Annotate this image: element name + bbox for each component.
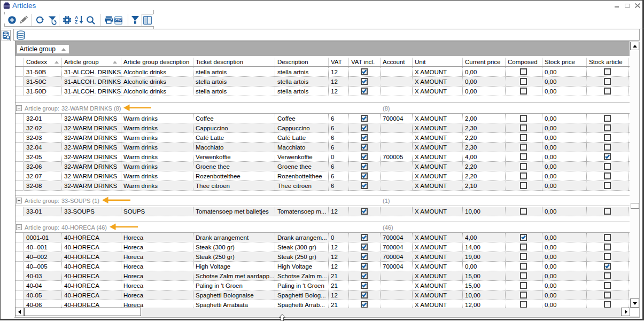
- svg-text:CSV: CSV: [115, 19, 122, 22]
